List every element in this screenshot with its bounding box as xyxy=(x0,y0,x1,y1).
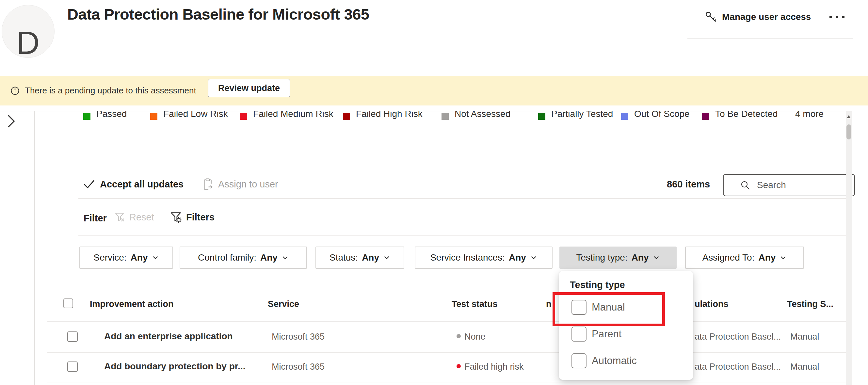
collapsed-panel-border xyxy=(34,111,35,385)
column-header-testing-source[interactable]: Testing S... xyxy=(787,299,833,309)
checkbox-manual[interactable] xyxy=(571,300,587,315)
expand-panel-button[interactable] xyxy=(5,114,18,129)
column-header-test-status[interactable]: Test status xyxy=(452,299,498,309)
filter-label: Filter xyxy=(84,213,107,224)
row-checkbox[interactable] xyxy=(67,331,78,342)
filters-label: Filters xyxy=(186,212,215,223)
dropdown-option-label: Automatic xyxy=(592,355,637,367)
pill-value: Any xyxy=(131,252,148,263)
table-header-divider xyxy=(48,321,846,322)
legend-label: Failed High Risk xyxy=(356,111,423,119)
filter-pill-testing-type[interactable]: Testing type: Any xyxy=(559,247,677,269)
pill-value: Any xyxy=(631,252,649,263)
pill-value: Any xyxy=(758,252,776,263)
avatar: D xyxy=(2,5,55,58)
filter-clear-icon xyxy=(114,212,125,223)
legend-swatch xyxy=(150,113,157,120)
dropdown-option-label: Parent xyxy=(592,328,621,340)
dropdown-option-label: Manual xyxy=(592,301,625,313)
testing-source-cell: Manual xyxy=(790,332,819,342)
filter-pill-control-family[interactable]: Control family: Any xyxy=(180,247,307,269)
filter-pill-service[interactable]: Service: Any xyxy=(80,247,173,269)
chevron-down-icon xyxy=(152,254,159,261)
scrollbar-thumb[interactable] xyxy=(846,124,851,139)
reset-label: Reset xyxy=(129,212,154,223)
legend-label: Failed Low Risk xyxy=(163,111,228,119)
chevron-down-icon xyxy=(653,254,660,261)
pill-label: Testing type: xyxy=(576,252,627,263)
chevron-down-icon xyxy=(383,254,390,261)
row-divider xyxy=(48,382,846,382)
legend-swatch xyxy=(538,113,545,120)
row-checkbox[interactable] xyxy=(67,361,78,372)
assign-to-user-button[interactable]: Assign to user xyxy=(202,178,278,190)
scroll-up-arrow[interactable] xyxy=(847,115,851,118)
status-legend: Passed Failed Low Risk Failed Medium Ris… xyxy=(34,111,846,123)
dropdown-option-automatic[interactable]: Automatic xyxy=(559,350,693,371)
checkbox-parent[interactable] xyxy=(571,326,587,342)
pill-label: Status: xyxy=(330,252,358,263)
reset-filters-button[interactable]: Reset xyxy=(114,212,154,223)
search-icon xyxy=(740,180,750,190)
search-box[interactable] xyxy=(723,174,855,196)
service-cell: Microsoft 365 xyxy=(272,332,324,342)
improvement-action-link[interactable]: Add boundary protection by pr... xyxy=(104,361,245,372)
pill-label: Service: xyxy=(93,252,126,263)
accept-all-updates-button[interactable]: Accept all updates xyxy=(83,178,184,190)
checkmark-icon xyxy=(83,178,95,190)
row-divider xyxy=(48,352,846,353)
legend-swatch xyxy=(441,113,449,120)
filters-button[interactable]: Filters xyxy=(170,211,215,223)
column-header-regulations-fragment[interactable]: ulations xyxy=(694,299,728,309)
toolbar-divider xyxy=(79,198,846,199)
chevron-down-icon xyxy=(779,254,787,261)
filter-pill-status[interactable]: Status: Any xyxy=(315,247,404,269)
more-actions-button[interactable] xyxy=(830,16,844,18)
header-divider xyxy=(687,38,853,38)
pill-label: Control family: xyxy=(198,252,256,263)
key-icon xyxy=(704,10,717,24)
test-status-cell: None xyxy=(464,332,486,342)
regulations-cell: ata Protection Basel... xyxy=(694,332,781,342)
select-all-checkbox[interactable] xyxy=(63,298,73,308)
manage-user-access-button[interactable]: Manage user access xyxy=(704,10,811,24)
legend-label: Not Assessed xyxy=(455,111,510,119)
legend-swatch xyxy=(621,113,628,120)
dropdown-option-manual[interactable]: Manual xyxy=(559,297,693,318)
legend-more-label: 4 more xyxy=(795,111,824,119)
legend-label: Passed xyxy=(96,111,127,119)
testing-source-cell: Manual xyxy=(790,362,819,372)
regulations-cell: ata Protection Basel... xyxy=(694,362,781,372)
dropdown-option-parent[interactable]: Parent xyxy=(559,324,693,345)
status-dot xyxy=(457,334,461,338)
avatar-initial: D xyxy=(17,28,40,58)
filter-pill-assigned-to[interactable]: Assigned To: Any xyxy=(685,247,804,269)
filter-pill-service-instances[interactable]: Service Instances: Any xyxy=(415,247,553,269)
dropdown-title: Testing type xyxy=(570,280,625,290)
legend-label: Out Of Scope xyxy=(634,111,690,119)
filter-divider xyxy=(79,235,846,236)
column-header-service[interactable]: Service xyxy=(268,299,299,309)
manage-user-access-label: Manage user access xyxy=(722,12,811,22)
vertical-scrollbar[interactable] xyxy=(846,111,852,385)
review-update-button[interactable]: Review update xyxy=(208,79,290,97)
legend-swatch xyxy=(83,113,90,120)
pill-label: Service Instances: xyxy=(430,252,505,263)
chevron-down-icon xyxy=(281,254,289,261)
compliance-assessment-screen: D Data Protection Baseline for Microsoft… xyxy=(0,0,868,385)
status-dot xyxy=(457,364,461,368)
legend-swatch xyxy=(702,113,709,120)
accept-all-updates-label: Accept all updates xyxy=(100,179,184,190)
checkbox-automatic[interactable] xyxy=(571,353,587,368)
chevron-down-icon xyxy=(530,254,537,261)
filter-settings-icon xyxy=(170,211,182,223)
test-status-cell: Failed high risk xyxy=(464,362,524,372)
page-title: Data Protection Baseline for Microsoft 3… xyxy=(67,5,369,23)
search-input[interactable] xyxy=(756,180,854,191)
pill-value: Any xyxy=(509,252,526,263)
column-header-improvement-action[interactable]: Improvement action xyxy=(90,299,174,309)
legend-label: Failed Medium Risk xyxy=(253,111,334,119)
improvement-action-link[interactable]: Add an enterprise application xyxy=(104,331,233,342)
legend-swatch xyxy=(240,113,247,120)
legend-swatch xyxy=(343,113,350,120)
